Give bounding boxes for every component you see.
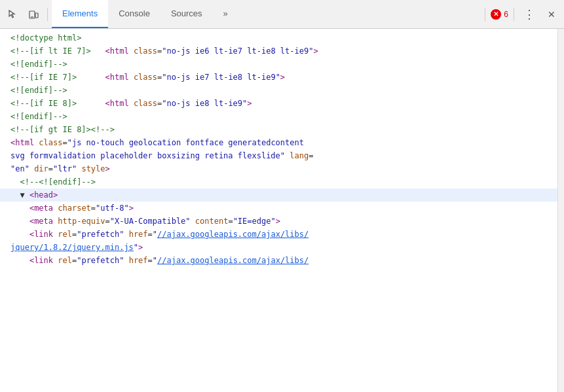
code-line-4: <!--[if IE 7]> <html class="no-js ie7 lt… <box>0 71 557 84</box>
device-toggle-button[interactable] <box>24 5 43 24</box>
code-line-3: <![endif]--> <box>0 58 557 71</box>
code-line-8: <!--[if gt IE 8]><!--> <box>0 123 557 136</box>
code-line-7: <![endif]--> <box>0 110 557 123</box>
code-line-13: ▼ <head> <box>0 188 557 202</box>
tab-console[interactable]: Console <box>108 0 160 28</box>
toolbar-divider-3 <box>514 8 514 21</box>
toolbar-divider-2 <box>485 8 485 21</box>
toolbar-right: ✕ 6 ⋮ ✕ <box>482 5 561 24</box>
code-line-15: <meta http-equiv="X-UA-Compatible" conte… <box>0 215 557 228</box>
content-area: <!doctype html> <!--[if lt IE 7]> <html … <box>0 29 564 392</box>
code-line-9: <html class="js no-touch geolocation fon… <box>0 136 557 149</box>
code-line-11: "en" dir="ltr" style> <box>0 162 557 175</box>
code-line-16: <link rel="prefetch" href="//ajax.google… <box>0 228 557 241</box>
cursor-tool-button[interactable] <box>3 5 22 24</box>
code-line-18: <link rel="prefetch" href="//ajax.google… <box>0 254 557 267</box>
code-panel[interactable]: <!doctype html> <!--[if lt IE 7]> <html … <box>0 29 557 392</box>
error-icon: ✕ <box>491 9 501 20</box>
tab-sources[interactable]: Sources <box>160 0 213 28</box>
code-line-6: <!--[if IE 8]> <html class="no-js ie8 lt… <box>0 97 557 110</box>
code-line-17: jquery/1.8.2/jquery.min.js"> <box>0 241 557 254</box>
devtools-toolbar: Elements Console Sources » ✕ 6 ⋮ ✕ <box>0 0 564 29</box>
code-line-2: <!--[if lt IE 7]> <html class="no-js ie6… <box>0 45 557 58</box>
svg-rect-1 <box>35 13 38 18</box>
code-line-10: svg formvalidation placeholder boxsizing… <box>0 149 557 162</box>
close-devtools-button[interactable]: ✕ <box>542 5 561 24</box>
code-line-1: <!doctype html> <box>0 31 557 45</box>
tab-elements[interactable]: Elements <box>52 0 108 28</box>
more-options-button[interactable]: ⋮ <box>519 5 539 24</box>
error-count: 6 <box>504 10 508 19</box>
tab-bar: Elements Console Sources » <box>52 0 481 28</box>
tab-more[interactable]: » <box>213 0 238 28</box>
code-line-14: <meta charset="utf-8"> <box>0 202 557 215</box>
error-badge[interactable]: ✕ 6 <box>491 9 508 20</box>
code-line-5: <![endif]--> <box>0 84 557 97</box>
toolbar-divider-1 <box>47 8 48 21</box>
code-line-12: <!--<![endif]--> <box>0 175 557 188</box>
scrollbar[interactable] <box>557 29 564 392</box>
